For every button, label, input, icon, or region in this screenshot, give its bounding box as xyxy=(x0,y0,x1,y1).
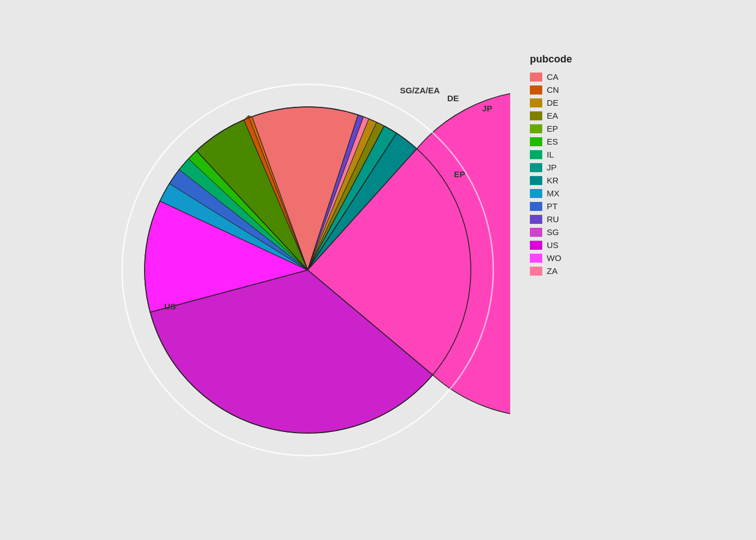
legend-label-ea: EA xyxy=(547,111,558,120)
legend-item-ru: RU xyxy=(530,214,642,224)
legend-item-ep: EP xyxy=(530,124,642,133)
legend-label-sg: SG xyxy=(547,227,559,237)
label-us: US xyxy=(164,302,176,311)
pie-chart: EP KR JP DE SG/ZA/EA CA WO US xyxy=(105,68,510,472)
legend-label-cn: CN xyxy=(547,85,559,94)
legend-color-de xyxy=(530,98,542,107)
legend-label-ru: RU xyxy=(547,214,559,224)
legend-item-il: IL xyxy=(530,150,642,159)
legend-color-ep xyxy=(530,124,542,133)
label-small-top: SG/ZA/EA xyxy=(400,86,440,95)
legend-label-pt: PT xyxy=(547,201,557,211)
legend-label-il: IL xyxy=(547,150,554,159)
pie-container: EP KR JP DE SG/ZA/EA CA WO US xyxy=(97,31,519,509)
main-container: EP KR JP DE SG/ZA/EA CA WO US pubcode CA… xyxy=(0,0,756,540)
legend-label-wo: WO xyxy=(547,253,561,263)
legend-item-cn: CN xyxy=(530,85,642,94)
legend-item-wo: WO xyxy=(530,253,642,263)
legend-item-de: DE xyxy=(530,98,642,107)
legend-label-za: ZA xyxy=(547,266,557,276)
legend-item-kr: KR xyxy=(530,176,642,185)
legend-color-ru xyxy=(530,215,542,224)
legend-label-es: ES xyxy=(547,137,558,146)
legend-label-de: DE xyxy=(547,98,559,107)
legend-color-ea xyxy=(530,111,542,120)
legend-item-jp: JP xyxy=(530,163,642,172)
chart-area: EP KR JP DE SG/ZA/EA CA WO US pubcode CA… xyxy=(97,17,659,523)
legend-color-mx xyxy=(530,189,542,198)
legend-item-sg: SG xyxy=(530,227,642,237)
legend-label-kr: KR xyxy=(547,176,559,185)
legend-container: pubcode CACNDEEAEPESILJPKRMXPTRUSGUSWOZA xyxy=(530,31,642,509)
legend-color-jp xyxy=(530,163,542,172)
legend-item-pt: PT xyxy=(530,201,642,211)
legend-color-za xyxy=(530,267,542,276)
legend-item-ca: CA xyxy=(530,72,642,82)
label-ep: EP xyxy=(454,169,465,179)
legend-item-ea: EA xyxy=(530,111,642,120)
legend-item-mx: MX xyxy=(530,188,642,198)
label-jp: JP xyxy=(482,104,492,113)
legend-item-za: ZA xyxy=(530,266,642,276)
legend-color-ca xyxy=(530,73,542,82)
legend-color-wo xyxy=(530,254,542,263)
legend-color-cn xyxy=(530,86,542,94)
legend-label-ca: CA xyxy=(547,72,559,82)
legend-color-us xyxy=(530,241,542,250)
legend-color-es xyxy=(530,137,542,146)
legend-label-mx: MX xyxy=(547,188,560,198)
legend-label-ep: EP xyxy=(547,124,558,133)
legend-label-us: US xyxy=(547,240,559,250)
legend-label-jp: JP xyxy=(547,163,557,172)
legend-title: pubcode xyxy=(530,53,642,65)
legend-items: CACNDEEAEPESILJPKRMXPTRUSGUSWOZA xyxy=(530,72,642,279)
legend-item-us: US xyxy=(530,240,642,250)
legend-color-kr xyxy=(530,176,542,185)
legend-color-pt xyxy=(530,202,542,211)
legend-item-es: ES xyxy=(530,137,642,146)
legend-color-il xyxy=(530,150,542,159)
legend-color-sg xyxy=(530,228,542,237)
label-de: DE xyxy=(447,93,459,103)
